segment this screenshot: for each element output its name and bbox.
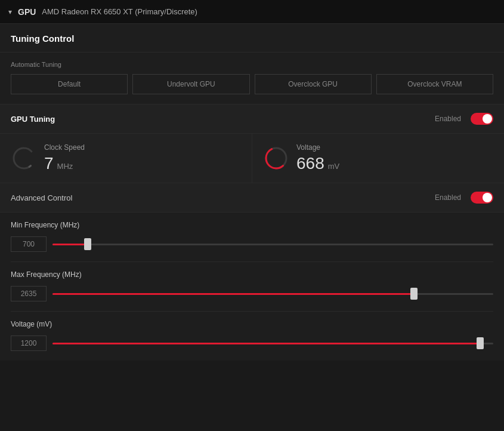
gpu-label: GPU — [18, 7, 36, 17]
max-freq-fill — [52, 293, 414, 295]
clock-dial-svg — [11, 145, 37, 171]
max-freq-row: 2635 — [11, 286, 493, 301]
clock-dial — [11, 145, 37, 171]
automatic-tuning-section: Automatic Tuning Default Undervolt GPU O… — [0, 53, 504, 104]
min-freq-thumb[interactable] — [84, 238, 91, 250]
overclock-vram-button[interactable]: Overclock VRAM — [376, 74, 493, 94]
min-freq-track — [52, 244, 493, 245]
toggle-track — [471, 113, 493, 125]
advanced-control-status: Enabled — [435, 193, 461, 202]
advanced-control-toggle[interactable] — [471, 192, 493, 204]
voltage-mv-track-container[interactable] — [52, 338, 493, 349]
tuning-control-header: Tuning Control — [0, 24, 504, 53]
voltage-cell: Voltage 668 mV — [252, 134, 504, 183]
voltage-label: Voltage — [296, 143, 339, 152]
voltage-unit: mV — [328, 162, 340, 171]
max-freq-value[interactable]: 2635 — [11, 286, 47, 301]
voltage-mv-track — [52, 343, 493, 344]
voltage-dial — [263, 145, 289, 171]
voltage-mv-value[interactable]: 1200 — [11, 335, 47, 351]
chevron-icon[interactable]: ▾ — [8, 8, 12, 16]
min-freq-row: 700 — [11, 236, 493, 252]
min-freq-fill — [52, 244, 88, 245]
toggle-thumb — [483, 114, 492, 124]
metrics-row: Clock Speed 7 MHz Voltage 668 mV — [0, 134, 504, 183]
advanced-toggle-thumb — [483, 193, 492, 202]
clock-label: Clock Speed — [44, 143, 85, 152]
automatic-tuning-label: Automatic Tuning — [11, 61, 493, 68]
max-frequency-group: Max Frequency (MHz) 2635 — [11, 262, 493, 312]
advanced-control-label: Advanced Control — [11, 193, 435, 202]
clock-unit: MHz — [57, 162, 73, 171]
clock-speed-cell: Clock Speed 7 MHz — [0, 134, 252, 183]
min-freq-label: Min Frequency (MHz) — [11, 221, 493, 229]
clock-value: 7 — [44, 154, 54, 173]
voltage-dial-svg — [263, 145, 289, 171]
voltage-slider-group: Voltage (mV) 1200 — [11, 312, 493, 361]
default-button[interactable]: Default — [11, 74, 128, 94]
gpu-tuning-label: GPU Tuning — [11, 115, 435, 124]
gpu-name: AMD Radeon RX 6650 XT (Primary/Discrete) — [42, 7, 197, 16]
header: ▾ GPU AMD Radeon RX 6650 XT (Primary/Dis… — [0, 0, 504, 24]
advanced-toggle-track — [471, 192, 493, 204]
auto-tuning-buttons: Default Undervolt GPU Overclock GPU Over… — [11, 74, 493, 94]
max-freq-track — [52, 293, 493, 295]
voltage-mv-fill — [52, 343, 480, 344]
clock-info: Clock Speed 7 MHz — [44, 143, 85, 173]
min-freq-track-container[interactable] — [52, 239, 493, 250]
voltage-mv-row: 1200 — [11, 335, 493, 351]
voltage-mv-thumb[interactable] — [477, 337, 484, 349]
sliders-section: Min Frequency (MHz) 700 Max Frequency (M… — [0, 213, 504, 361]
tuning-control-title: Tuning Control — [11, 33, 74, 44]
gpu-tuning-status: Enabled — [435, 115, 461, 123]
max-freq-label: Max Frequency (MHz) — [11, 270, 493, 279]
max-freq-thumb[interactable] — [410, 288, 418, 300]
min-freq-value[interactable]: 700 — [11, 236, 47, 252]
main-content: Tuning Control Automatic Tuning Default … — [0, 24, 504, 361]
gpu-tuning-row: GPU Tuning Enabled — [0, 104, 504, 134]
overclock-gpu-button[interactable]: Overclock GPU — [255, 74, 372, 94]
gpu-tuning-toggle[interactable] — [471, 113, 493, 125]
voltage-info: Voltage 668 mV — [296, 143, 339, 173]
voltage-mv-label: Voltage (mV) — [11, 320, 493, 328]
max-freq-track-container[interactable] — [52, 288, 493, 299]
min-frequency-group: Min Frequency (MHz) 700 — [11, 213, 493, 262]
voltage-value: 668 — [296, 154, 324, 173]
advanced-control-row: Advanced Control Enabled — [0, 183, 504, 213]
undervolt-gpu-button[interactable]: Undervolt GPU — [132, 74, 249, 94]
